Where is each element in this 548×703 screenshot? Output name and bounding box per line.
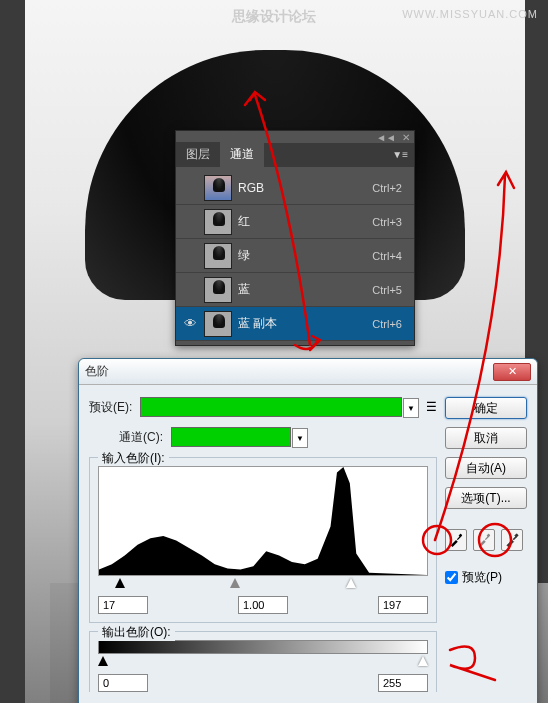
- chevron-down-icon[interactable]: ▼: [292, 428, 308, 448]
- watermark-url: WWW.MISSYUAN.COM: [402, 8, 538, 20]
- output-levels-label: 输出色阶(O):: [98, 624, 175, 641]
- channel-thumbnail: [204, 209, 232, 235]
- channel-name: 蓝 副本: [238, 315, 372, 332]
- preview-checkbox[interactable]: 预览(P): [445, 569, 527, 586]
- tab-channels[interactable]: 通道: [220, 142, 264, 167]
- channel-name: 绿: [238, 247, 372, 264]
- channel-label: 通道(C):: [119, 429, 163, 446]
- input-white-field[interactable]: [378, 596, 428, 614]
- channel-row-blue[interactable]: 蓝 Ctrl+5: [176, 273, 414, 307]
- channel-name: RGB: [238, 181, 372, 195]
- channel-name: 蓝: [238, 281, 372, 298]
- visibility-toggle[interactable]: 👁: [182, 316, 198, 331]
- tab-layers[interactable]: 图层: [176, 142, 220, 167]
- input-levels-label: 输入色阶(I):: [98, 450, 169, 467]
- output-gradient[interactable]: [98, 640, 428, 654]
- dialog-title: 色阶: [85, 363, 493, 380]
- input-black-field[interactable]: [98, 596, 148, 614]
- auto-button[interactable]: 自动(A): [445, 457, 527, 479]
- output-levels-group: 输出色阶(O):: [89, 631, 437, 692]
- preview-label: 预览(P): [462, 569, 502, 586]
- channel-thumbnail: [204, 243, 232, 269]
- output-white-field[interactable]: [378, 674, 428, 692]
- output-slider-track[interactable]: [98, 656, 428, 670]
- gamma-slider[interactable]: [230, 578, 240, 588]
- channel-row-green[interactable]: 绿 Ctrl+4: [176, 239, 414, 273]
- collapse-icon[interactable]: ◄◄: [376, 132, 396, 143]
- input-slider-track[interactable]: [98, 578, 428, 592]
- channel-name: 红: [238, 213, 372, 230]
- input-gamma-field[interactable]: [238, 596, 288, 614]
- preview-checkbox-input[interactable]: [445, 571, 458, 584]
- panel-menu-icon[interactable]: ▼≡: [392, 149, 408, 160]
- channel-shortcut: Ctrl+5: [372, 284, 408, 296]
- gray-eyedropper-icon[interactable]: [473, 529, 495, 551]
- levels-dialog: 色阶 ✕ 预设(E): 自定 ▼ ☰ 通道(C): 蓝 副本 ▼ 输入色阶(I)…: [78, 358, 538, 703]
- channel-shortcut: Ctrl+2: [372, 182, 408, 194]
- input-levels-group: 输入色阶(I):: [89, 457, 437, 623]
- black-eyedropper-icon[interactable]: [445, 529, 467, 551]
- channel-thumbnail: [204, 311, 232, 337]
- channel-list: RGB Ctrl+2 红 Ctrl+3 绿 Ctrl+4 蓝 Ctrl+5 👁 …: [176, 167, 414, 345]
- channel-thumbnail: [204, 277, 232, 303]
- channel-shortcut: Ctrl+4: [372, 250, 408, 262]
- close-button[interactable]: ✕: [493, 363, 531, 381]
- preset-label: 预设(E):: [89, 399, 132, 416]
- output-black-field[interactable]: [98, 674, 148, 692]
- panel-tabs: 图层 通道 ▼≡: [176, 143, 414, 167]
- watermark-chinese: 思缘设计论坛: [232, 8, 316, 26]
- histogram-chart[interactable]: [98, 466, 428, 576]
- channel-shortcut: Ctrl+3: [372, 216, 408, 228]
- black-point-slider[interactable]: [115, 578, 125, 588]
- preset-menu-icon[interactable]: ☰: [426, 400, 437, 414]
- output-white-slider[interactable]: [418, 656, 428, 666]
- channels-panel: ◄◄ ✕ 图层 通道 ▼≡ RGB Ctrl+2 红 Ctrl+3 绿 Ctrl…: [175, 130, 415, 346]
- channel-dropdown[interactable]: 蓝 副本 ▼: [171, 427, 291, 447]
- dialog-titlebar[interactable]: 色阶 ✕: [79, 359, 537, 385]
- chevron-down-icon[interactable]: ▼: [403, 398, 419, 418]
- ok-button[interactable]: 确定: [445, 397, 527, 419]
- options-button[interactable]: 选项(T)...: [445, 487, 527, 509]
- channel-thumbnail: [204, 175, 232, 201]
- close-panel-icon[interactable]: ✕: [402, 132, 410, 143]
- white-point-slider[interactable]: [346, 578, 356, 588]
- white-eyedropper-icon[interactable]: [501, 529, 523, 551]
- cancel-button[interactable]: 取消: [445, 427, 527, 449]
- channel-row-rgb[interactable]: RGB Ctrl+2: [176, 171, 414, 205]
- channel-shortcut: Ctrl+6: [372, 318, 408, 330]
- output-black-slider[interactable]: [98, 656, 108, 666]
- channel-row-red[interactable]: 红 Ctrl+3: [176, 205, 414, 239]
- preset-dropdown[interactable]: 自定 ▼: [140, 397, 402, 417]
- channel-row-blue-copy[interactable]: 👁 蓝 副本 Ctrl+6: [176, 307, 414, 341]
